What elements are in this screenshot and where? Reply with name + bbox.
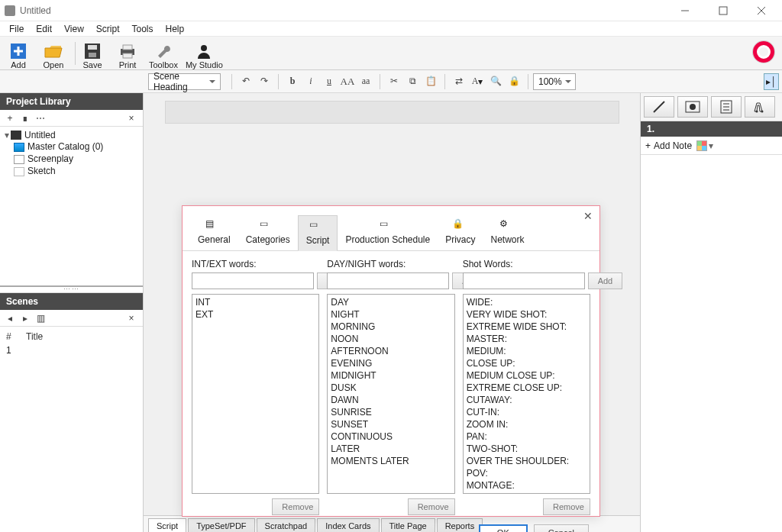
dialog-tab-script[interactable]: ▭Script	[298, 215, 338, 251]
daynight-input[interactable]	[327, 272, 449, 289]
open-button[interactable]: Open	[40, 42, 67, 69]
color-dropdown-icon[interactable]: ▾	[709, 140, 713, 151]
window-maximize-button[interactable]	[710, 3, 736, 18]
window-minimize-button[interactable]	[672, 3, 698, 18]
uppercase-button[interactable]: AA	[338, 73, 357, 90]
list-item[interactable]: MIDNIGHT	[331, 369, 451, 382]
list-item[interactable]: AFTERNOON	[331, 345, 451, 357]
sidebar-toggle-button[interactable]: ▸│	[764, 73, 779, 90]
shotwords-add-button[interactable]: Add	[588, 272, 623, 289]
lock-button[interactable]: 🔒	[505, 73, 523, 90]
list-item[interactable]: CUTAWAY:	[467, 394, 586, 406]
list-item[interactable]: MEDIUM:	[467, 345, 586, 357]
list-item[interactable]: INT	[196, 296, 315, 308]
list-item[interactable]: WIDE:	[467, 296, 586, 308]
list-item[interactable]: MEDIUM CLOSE UP:	[467, 369, 586, 382]
project-tree[interactable]: ▾Untitled Master Catalog (0) Screenplay …	[0, 127, 143, 287]
media-tab[interactable]	[677, 96, 708, 118]
menu-edit[interactable]: Edit	[30, 22, 58, 36]
cancel-button[interactable]: Cancel	[534, 524, 589, 532]
scenes-prev-button[interactable]: ◂	[3, 311, 17, 325]
shotwords-input[interactable]	[463, 272, 585, 289]
print-button[interactable]: Print	[114, 42, 141, 69]
paragraph-style-dropdown[interactable]: Scene Heading	[148, 73, 221, 90]
breakdown-tab[interactable]	[711, 96, 742, 118]
dual-dialog-button[interactable]: ⇄	[450, 73, 468, 90]
menu-file[interactable]: File	[3, 22, 30, 36]
underline-button[interactable]: u	[320, 73, 338, 90]
italic-button[interactable]: i	[302, 73, 320, 90]
shotwords-remove-button[interactable]: Remove	[543, 498, 590, 515]
window-close-button[interactable]	[748, 3, 774, 18]
find-button[interactable]: 🔍	[486, 73, 505, 90]
list-item[interactable]: MORNING	[331, 321, 451, 333]
dialog-tab-privacy[interactable]: 🔒Privacy	[438, 215, 483, 250]
list-item[interactable]: MOMENTS LATER	[331, 455, 451, 467]
menu-view[interactable]: View	[58, 22, 90, 36]
add-note-button[interactable]: Add Note	[654, 140, 692, 151]
list-item[interactable]: EXTREME WIDE SHOT:	[467, 321, 586, 333]
list-item[interactable]: EXT	[196, 308, 315, 321]
list-item[interactable]: NIGHT	[331, 308, 451, 321]
menu-tools[interactable]: Tools	[126, 22, 160, 36]
daynight-remove-button[interactable]: Remove	[408, 498, 455, 515]
list-item[interactable]: CONTINUOUS	[331, 430, 451, 443]
list-item[interactable]: DAY	[331, 296, 451, 308]
paste-button[interactable]: 📋	[422, 73, 440, 90]
dialog-tab-general[interactable]: ▤General	[190, 215, 238, 250]
help-lifering-icon[interactable]	[753, 41, 774, 63]
bold-button[interactable]: b	[283, 73, 302, 90]
list-item[interactable]: LATER	[331, 443, 451, 455]
menu-help[interactable]: Help	[160, 22, 191, 36]
dialog-tab-schedule[interactable]: ▭Production Schedule	[338, 215, 438, 250]
intext-input[interactable]	[192, 272, 314, 289]
list-item[interactable]: OVER THE SHOULDER:	[467, 455, 586, 467]
list-item[interactable]: TWO-SHOT:	[467, 443, 586, 455]
splitter-handle[interactable]: ⋯⋯	[0, 287, 143, 293]
note-color-picker[interactable]	[696, 140, 707, 151]
undo-button[interactable]: ↶	[237, 73, 255, 90]
library-add-button[interactable]: +	[3, 111, 17, 125]
ok-button[interactable]: OK	[479, 524, 528, 532]
list-item[interactable]: EVENING	[331, 357, 451, 369]
tree-item[interactable]: Screenplay	[14, 153, 141, 165]
cut-button[interactable]: ✂	[385, 73, 403, 90]
save-button[interactable]: Save	[79, 42, 106, 69]
dialog-tab-network[interactable]: ⚙Network	[483, 215, 532, 250]
list-item[interactable]: CLOSE UP:	[467, 357, 586, 369]
library-close-button[interactable]: ×	[124, 111, 138, 125]
daynight-list[interactable]: DAYNIGHTMORNINGNOONAFTERNOONEVENINGMIDNI…	[327, 294, 454, 494]
intext-list[interactable]: INTEXT	[192, 294, 319, 494]
mystudio-button[interactable]: My Studio	[186, 42, 223, 69]
list-item[interactable]: PAN:	[467, 430, 586, 443]
list-item[interactable]: SUNRISE	[331, 406, 451, 418]
list-item[interactable]: DUSK	[331, 382, 451, 394]
scenes-close-button[interactable]: ×	[124, 311, 138, 325]
scenes-next-button[interactable]: ▸	[18, 311, 32, 325]
tab-script[interactable]: Script	[148, 518, 186, 532]
list-item[interactable]: VERY WIDE SHOT:	[467, 308, 586, 321]
notes-tab[interactable]	[644, 96, 674, 118]
library-folder-button[interactable]: ∎	[18, 111, 32, 125]
scenes-filter-button[interactable]: ▥	[34, 311, 47, 325]
list-item[interactable]: SUNSET	[331, 418, 451, 430]
font-size-button[interactable]: A▾	[468, 73, 486, 90]
lowercase-button[interactable]: aa	[357, 73, 375, 90]
tree-item[interactable]: Master Catalog (0)	[14, 140, 141, 153]
dialog-tab-categories[interactable]: ▭Categories	[238, 215, 298, 250]
redo-button[interactable]: ↷	[255, 73, 273, 90]
zoom-dropdown[interactable]: 100%	[533, 73, 576, 90]
dialog-close-button[interactable]: ✕	[581, 209, 595, 223]
list-item[interactable]: MONTAGE:	[467, 479, 586, 492]
catalog-tab[interactable]	[745, 96, 775, 118]
library-more-button[interactable]: ⋯	[34, 111, 47, 125]
tree-item[interactable]: Sketch	[14, 165, 141, 177]
list-item[interactable]: POV:	[467, 467, 586, 479]
copy-button[interactable]: ⧉	[403, 73, 422, 90]
intext-remove-button[interactable]: Remove	[272, 498, 319, 515]
list-item[interactable]: CUT-IN:	[467, 406, 586, 418]
list-item[interactable]: NOON	[331, 333, 451, 345]
list-item[interactable]: EXTREME CLOSE UP:	[467, 382, 586, 394]
scene-row[interactable]: 1	[3, 343, 140, 357]
menu-script[interactable]: Script	[90, 22, 126, 36]
